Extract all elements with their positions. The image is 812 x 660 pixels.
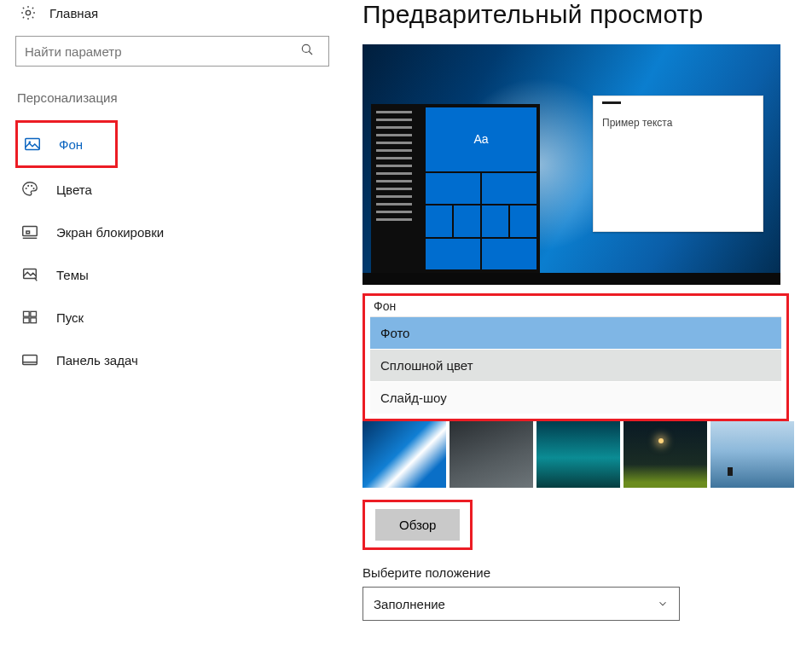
gear-icon: [19, 3, 38, 22]
preview-start-menu: Aa: [371, 104, 540, 273]
lockscreen-icon: [20, 223, 39, 241]
svg-point-7: [31, 185, 32, 187]
wallpaper-thumb[interactable]: [450, 421, 533, 488]
preview-sample-window: Пример текста: [593, 96, 763, 232]
desktop-preview: Aa Пример текста: [362, 44, 780, 285]
svg-rect-17: [23, 356, 38, 365]
sidebar-item-start[interactable]: Пуск: [15, 296, 325, 339]
sidebar-item-label: Цвета: [56, 182, 92, 197]
home-link[interactable]: Главная: [15, 0, 325, 31]
sidebar-item-label: Экран блокировки: [56, 225, 164, 240]
svg-rect-10: [26, 231, 30, 234]
svg-rect-3: [26, 139, 40, 150]
svg-point-6: [27, 185, 29, 187]
search-input[interactable]: [15, 36, 329, 67]
position-value: Заполнение: [374, 597, 445, 611]
chevron-down-icon: [657, 598, 669, 610]
home-label: Главная: [49, 6, 98, 20]
sidebar-item-label: Панель задач: [56, 353, 138, 368]
themes-icon: [20, 265, 39, 284]
sidebar-item-label: Темы: [56, 268, 89, 282]
svg-rect-13: [24, 311, 30, 316]
sidebar-item-taskbar[interactable]: Панель задач: [15, 339, 325, 381]
preview-heading: Предварительный просмотр: [362, 0, 812, 29]
svg-point-1: [302, 44, 310, 52]
svg-point-4: [29, 141, 32, 143]
browse-button[interactable]: Обзор: [375, 509, 460, 541]
wallpaper-thumb[interactable]: [362, 421, 446, 488]
svg-rect-14: [31, 311, 37, 316]
highlight-background-dropdown: Фон Фото Сплошной цвет Слайд-шоу: [362, 293, 789, 421]
search-icon: [299, 42, 315, 57]
background-option-slideshow[interactable]: Слайд-шоу: [370, 382, 781, 414]
position-label: Выберите положение: [362, 565, 812, 580]
svg-point-0: [26, 10, 30, 14]
svg-point-5: [26, 188, 27, 189]
wallpaper-thumb[interactable]: [624, 421, 707, 488]
svg-line-2: [309, 51, 312, 55]
svg-rect-16: [31, 318, 37, 323]
position-section: Выберите положение Заполнение: [362, 565, 812, 621]
background-option-photo[interactable]: Фото: [370, 317, 781, 350]
background-option-solid[interactable]: Сплошной цвет: [370, 350, 781, 382]
svg-rect-15: [24, 318, 30, 323]
palette-icon: [20, 180, 39, 199]
section-title: Персонализация: [15, 90, 325, 105]
highlight-sidebar-background: Фон: [15, 120, 118, 168]
wallpaper-thumb[interactable]: [710, 421, 794, 488]
sidebar-item-label: Пуск: [56, 310, 84, 325]
wallpaper-thumbnails: [362, 421, 798, 488]
sidebar-item-colors[interactable]: Цвета: [15, 168, 325, 211]
settings-sidebar: Главная Персонализация: [0, 0, 337, 621]
image-icon: [23, 135, 42, 153]
sidebar-item-lockscreen[interactable]: Экран блокировки: [15, 211, 325, 253]
sidebar-item-label: Фон: [59, 137, 83, 152]
background-label: Фон: [370, 299, 781, 313]
preview-sample-text: Пример текста: [602, 117, 754, 129]
sidebar-item-background[interactable]: Фон: [18, 123, 88, 165]
svg-point-8: [33, 188, 35, 189]
preview-tile-sample: Aa: [426, 107, 536, 171]
main-panel: Предварительный просмотр Aa Пример текст…: [337, 0, 812, 621]
sidebar-item-themes[interactable]: Темы: [15, 253, 325, 296]
search-field-wrap: [15, 36, 325, 67]
taskbar-icon: [20, 350, 39, 369]
position-select[interactable]: Заполнение: [362, 587, 680, 621]
highlight-browse-button: Обзор: [362, 500, 473, 550]
wallpaper-thumb[interactable]: [536, 421, 620, 488]
start-icon: [20, 308, 39, 327]
background-dropdown[interactable]: Фото Сплошной цвет Слайд-шоу: [370, 316, 781, 414]
